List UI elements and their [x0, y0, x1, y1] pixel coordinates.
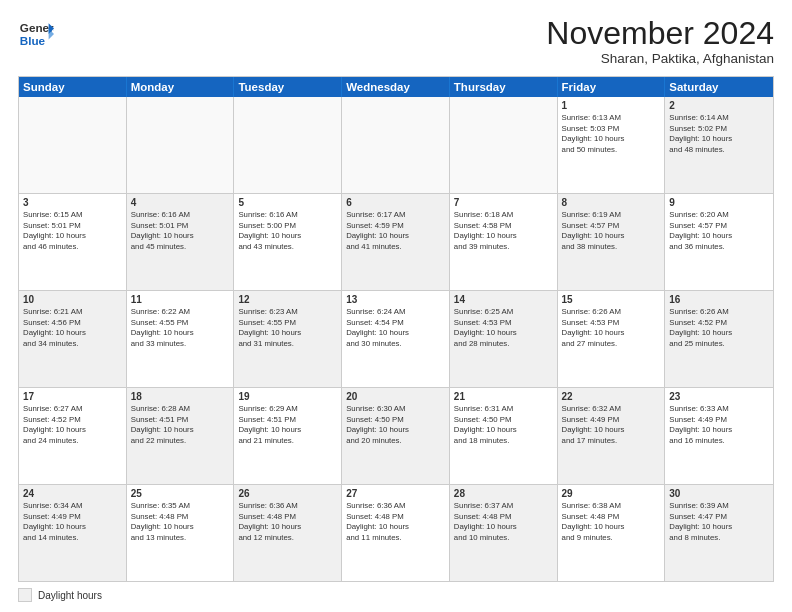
- cal-cell-r0-c1: [127, 97, 235, 193]
- day-number: 10: [23, 294, 122, 305]
- cal-cell-r3-c6: 23Sunrise: 6:33 AM Sunset: 4:49 PM Dayli…: [665, 388, 773, 484]
- cell-text: Sunrise: 6:13 AM Sunset: 5:03 PM Dayligh…: [562, 113, 661, 155]
- header: General Blue November 2024 Sharan, Pakti…: [18, 16, 774, 66]
- cell-text: Sunrise: 6:19 AM Sunset: 4:57 PM Dayligh…: [562, 210, 661, 252]
- cell-text: Sunrise: 6:31 AM Sunset: 4:50 PM Dayligh…: [454, 404, 553, 446]
- cal-cell-r1-c6: 9Sunrise: 6:20 AM Sunset: 4:57 PM Daylig…: [665, 194, 773, 290]
- cell-text: Sunrise: 6:39 AM Sunset: 4:47 PM Dayligh…: [669, 501, 769, 543]
- cell-text: Sunrise: 6:26 AM Sunset: 4:52 PM Dayligh…: [669, 307, 769, 349]
- cal-cell-r1-c3: 6Sunrise: 6:17 AM Sunset: 4:59 PM Daylig…: [342, 194, 450, 290]
- cell-text: Sunrise: 6:22 AM Sunset: 4:55 PM Dayligh…: [131, 307, 230, 349]
- cell-text: Sunrise: 6:18 AM Sunset: 4:58 PM Dayligh…: [454, 210, 553, 252]
- day-number: 12: [238, 294, 337, 305]
- cal-cell-r1-c4: 7Sunrise: 6:18 AM Sunset: 4:58 PM Daylig…: [450, 194, 558, 290]
- cell-text: Sunrise: 6:30 AM Sunset: 4:50 PM Dayligh…: [346, 404, 445, 446]
- day-number: 17: [23, 391, 122, 402]
- cell-text: Sunrise: 6:26 AM Sunset: 4:53 PM Dayligh…: [562, 307, 661, 349]
- legend-label: Daylight hours: [38, 590, 102, 601]
- day-number: 20: [346, 391, 445, 402]
- day-number: 8: [562, 197, 661, 208]
- cal-cell-r3-c2: 19Sunrise: 6:29 AM Sunset: 4:51 PM Dayli…: [234, 388, 342, 484]
- cal-cell-r2-c6: 16Sunrise: 6:26 AM Sunset: 4:52 PM Dayli…: [665, 291, 773, 387]
- header-thursday: Thursday: [450, 77, 558, 97]
- cell-text: Sunrise: 6:21 AM Sunset: 4:56 PM Dayligh…: [23, 307, 122, 349]
- day-number: 26: [238, 488, 337, 499]
- cal-cell-r2-c4: 14Sunrise: 6:25 AM Sunset: 4:53 PM Dayli…: [450, 291, 558, 387]
- cal-cell-r2-c5: 15Sunrise: 6:26 AM Sunset: 4:53 PM Dayli…: [558, 291, 666, 387]
- day-number: 7: [454, 197, 553, 208]
- day-number: 16: [669, 294, 769, 305]
- cal-cell-r2-c1: 11Sunrise: 6:22 AM Sunset: 4:55 PM Dayli…: [127, 291, 235, 387]
- cell-text: Sunrise: 6:20 AM Sunset: 4:57 PM Dayligh…: [669, 210, 769, 252]
- cell-text: Sunrise: 6:35 AM Sunset: 4:48 PM Dayligh…: [131, 501, 230, 543]
- day-number: 11: [131, 294, 230, 305]
- cell-text: Sunrise: 6:17 AM Sunset: 4:59 PM Dayligh…: [346, 210, 445, 252]
- cal-cell-r3-c1: 18Sunrise: 6:28 AM Sunset: 4:51 PM Dayli…: [127, 388, 235, 484]
- day-number: 21: [454, 391, 553, 402]
- cal-cell-r3-c4: 21Sunrise: 6:31 AM Sunset: 4:50 PM Dayli…: [450, 388, 558, 484]
- cell-text: Sunrise: 6:23 AM Sunset: 4:55 PM Dayligh…: [238, 307, 337, 349]
- header-sunday: Sunday: [19, 77, 127, 97]
- cal-cell-r4-c1: 25Sunrise: 6:35 AM Sunset: 4:48 PM Dayli…: [127, 485, 235, 581]
- cell-text: Sunrise: 6:29 AM Sunset: 4:51 PM Dayligh…: [238, 404, 337, 446]
- day-number: 9: [669, 197, 769, 208]
- day-number: 3: [23, 197, 122, 208]
- cal-cell-r1-c0: 3Sunrise: 6:15 AM Sunset: 5:01 PM Daylig…: [19, 194, 127, 290]
- calendar-row-5: 24Sunrise: 6:34 AM Sunset: 4:49 PM Dayli…: [19, 484, 773, 581]
- cal-cell-r1-c1: 4Sunrise: 6:16 AM Sunset: 5:01 PM Daylig…: [127, 194, 235, 290]
- cell-text: Sunrise: 6:15 AM Sunset: 5:01 PM Dayligh…: [23, 210, 122, 252]
- day-number: 29: [562, 488, 661, 499]
- location: Sharan, Paktika, Afghanistan: [546, 51, 774, 66]
- logo: General Blue: [18, 16, 54, 52]
- day-number: 28: [454, 488, 553, 499]
- page: General Blue November 2024 Sharan, Pakti…: [0, 0, 792, 612]
- cal-cell-r0-c2: [234, 97, 342, 193]
- header-monday: Monday: [127, 77, 235, 97]
- cal-cell-r0-c4: [450, 97, 558, 193]
- legend-box: [18, 588, 32, 602]
- day-number: 6: [346, 197, 445, 208]
- month-title: November 2024: [546, 16, 774, 51]
- cell-text: Sunrise: 6:27 AM Sunset: 4:52 PM Dayligh…: [23, 404, 122, 446]
- cell-text: Sunrise: 6:32 AM Sunset: 4:49 PM Dayligh…: [562, 404, 661, 446]
- cell-text: Sunrise: 6:16 AM Sunset: 5:01 PM Dayligh…: [131, 210, 230, 252]
- header-saturday: Saturday: [665, 77, 773, 97]
- cell-text: Sunrise: 6:36 AM Sunset: 4:48 PM Dayligh…: [238, 501, 337, 543]
- header-tuesday: Tuesday: [234, 77, 342, 97]
- calendar-row-4: 17Sunrise: 6:27 AM Sunset: 4:52 PM Dayli…: [19, 387, 773, 484]
- cell-text: Sunrise: 6:24 AM Sunset: 4:54 PM Dayligh…: [346, 307, 445, 349]
- cal-cell-r4-c0: 24Sunrise: 6:34 AM Sunset: 4:49 PM Dayli…: [19, 485, 127, 581]
- cal-cell-r4-c2: 26Sunrise: 6:36 AM Sunset: 4:48 PM Dayli…: [234, 485, 342, 581]
- cell-text: Sunrise: 6:16 AM Sunset: 5:00 PM Dayligh…: [238, 210, 337, 252]
- day-number: 2: [669, 100, 769, 111]
- calendar-body: 1Sunrise: 6:13 AM Sunset: 5:03 PM Daylig…: [19, 97, 773, 581]
- day-number: 4: [131, 197, 230, 208]
- cell-text: Sunrise: 6:33 AM Sunset: 4:49 PM Dayligh…: [669, 404, 769, 446]
- cell-text: Sunrise: 6:36 AM Sunset: 4:48 PM Dayligh…: [346, 501, 445, 543]
- day-number: 19: [238, 391, 337, 402]
- cal-cell-r2-c3: 13Sunrise: 6:24 AM Sunset: 4:54 PM Dayli…: [342, 291, 450, 387]
- cal-cell-r0-c6: 2Sunrise: 6:14 AM Sunset: 5:02 PM Daylig…: [665, 97, 773, 193]
- cal-cell-r4-c6: 30Sunrise: 6:39 AM Sunset: 4:47 PM Dayli…: [665, 485, 773, 581]
- cal-cell-r1-c2: 5Sunrise: 6:16 AM Sunset: 5:00 PM Daylig…: [234, 194, 342, 290]
- cal-cell-r0-c0: [19, 97, 127, 193]
- cal-cell-r4-c5: 29Sunrise: 6:38 AM Sunset: 4:48 PM Dayli…: [558, 485, 666, 581]
- day-number: 23: [669, 391, 769, 402]
- cal-cell-r0-c5: 1Sunrise: 6:13 AM Sunset: 5:03 PM Daylig…: [558, 97, 666, 193]
- day-number: 1: [562, 100, 661, 111]
- cell-text: Sunrise: 6:28 AM Sunset: 4:51 PM Dayligh…: [131, 404, 230, 446]
- cal-cell-r1-c5: 8Sunrise: 6:19 AM Sunset: 4:57 PM Daylig…: [558, 194, 666, 290]
- title-block: November 2024 Sharan, Paktika, Afghanist…: [546, 16, 774, 66]
- calendar-row-3: 10Sunrise: 6:21 AM Sunset: 4:56 PM Dayli…: [19, 290, 773, 387]
- cell-text: Sunrise: 6:25 AM Sunset: 4:53 PM Dayligh…: [454, 307, 553, 349]
- day-number: 14: [454, 294, 553, 305]
- svg-text:Blue: Blue: [20, 34, 46, 47]
- cal-cell-r2-c0: 10Sunrise: 6:21 AM Sunset: 4:56 PM Dayli…: [19, 291, 127, 387]
- legend: Daylight hours: [18, 588, 774, 602]
- day-number: 27: [346, 488, 445, 499]
- cal-cell-r2-c2: 12Sunrise: 6:23 AM Sunset: 4:55 PM Dayli…: [234, 291, 342, 387]
- cal-cell-r3-c5: 22Sunrise: 6:32 AM Sunset: 4:49 PM Dayli…: [558, 388, 666, 484]
- calendar: Sunday Monday Tuesday Wednesday Thursday…: [18, 76, 774, 582]
- day-number: 25: [131, 488, 230, 499]
- calendar-row-2: 3Sunrise: 6:15 AM Sunset: 5:01 PM Daylig…: [19, 193, 773, 290]
